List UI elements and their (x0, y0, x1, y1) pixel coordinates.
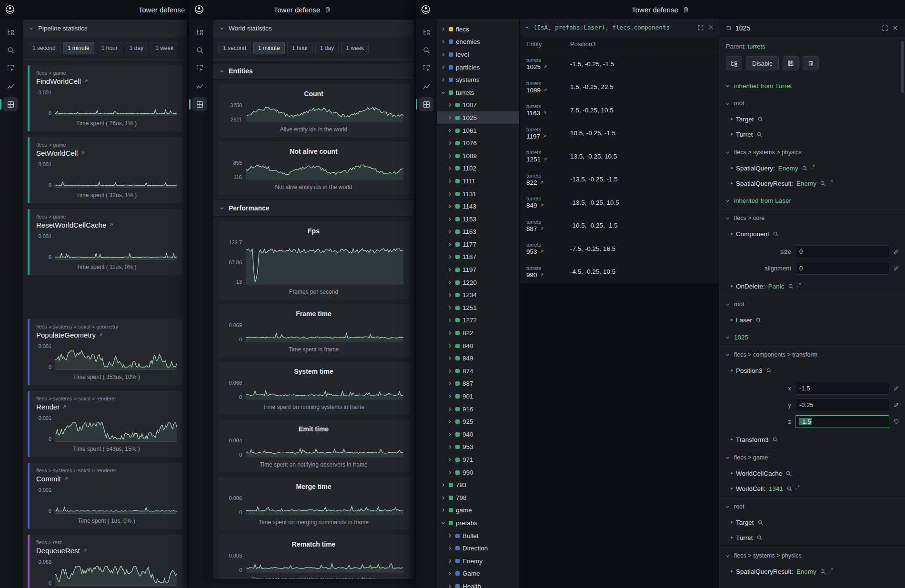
tree-item-1234[interactable]: 1234 (437, 289, 519, 301)
chevron-right-icon[interactable] (441, 39, 446, 44)
save-button[interactable] (783, 56, 799, 70)
chevron-right-icon[interactable] (447, 318, 452, 323)
query-row-887[interactable]: turrets887-10.5, -0.25, -1.5 (520, 214, 719, 238)
tree-item-901[interactable]: 901 (437, 390, 519, 403)
chevron-right-icon[interactable] (447, 242, 452, 247)
tree-item-enemy[interactable]: Enemy (437, 555, 519, 568)
tree-item-925[interactable]: 925 (437, 415, 519, 428)
external-link-icon[interactable] (543, 157, 548, 162)
range-button-1-minute[interactable]: 1 minute (253, 42, 285, 54)
range-button-1-day[interactable]: 1 day (315, 42, 339, 54)
tree-item-1272[interactable]: 1272 (437, 314, 519, 327)
component-component[interactable]: Component (719, 226, 905, 241)
tree-item-bullet[interactable]: Bullet (437, 529, 519, 542)
search-icon[interactable] (802, 165, 808, 171)
component-position3[interactable]: Position3 (719, 363, 905, 378)
range-button-1-week[interactable]: 1 week (341, 42, 369, 54)
component-value[interactable]: Enemy (796, 180, 816, 187)
component-group-flecs-components-transform[interactable]: flecs > components > transform (719, 346, 905, 363)
chevron-right-icon[interactable] (441, 52, 446, 57)
component-value[interactable]: Enemy (796, 568, 816, 575)
chevron-right-icon[interactable] (441, 482, 446, 488)
tree-item-particles[interactable]: particles (437, 61, 519, 74)
chevron-right-icon[interactable] (447, 584, 452, 588)
range-button-1-hour[interactable]: 1 hour (287, 42, 313, 54)
chevron-right-icon[interactable] (447, 356, 452, 361)
range-button-1-minute[interactable]: 1 minute (63, 42, 94, 54)
toolbar-table-view-button[interactable] (192, 97, 207, 111)
external-link-icon[interactable] (539, 272, 544, 278)
query-row-1197[interactable]: turrets119710.5, -0.25, -1.5 (520, 122, 719, 145)
chevron-right-icon[interactable] (447, 407, 452, 412)
system-name-text[interactable]: FindWorldCell (36, 77, 81, 85)
component-target[interactable]: Target (719, 111, 905, 127)
query-row-1163[interactable]: turrets11637.5, -0.25, 10.5 (520, 99, 719, 122)
chevron-right-icon[interactable] (447, 254, 452, 259)
chevron-down-icon[interactable] (524, 25, 530, 30)
external-link-icon[interactable] (539, 249, 544, 254)
system-name-text[interactable]: SetWorldCell (36, 149, 78, 157)
section-header-performance[interactable]: Performance (213, 199, 414, 217)
edit-icon[interactable] (893, 402, 899, 408)
chevron-right-icon[interactable] (447, 217, 452, 222)
system-card-render[interactable]: flecs > systems > sokol > rendererRender… (28, 391, 182, 457)
chevron-right-icon[interactable] (441, 77, 446, 82)
field-y-input[interactable]: -0.25 (795, 399, 889, 411)
search-icon[interactable] (820, 568, 826, 575)
system-card-populategeometry[interactable]: flecs > systems > sokol > geometryPopula… (28, 319, 182, 385)
tree-item-1251[interactable]: 1251 (437, 301, 519, 314)
toolbar-hierarchy-button[interactable] (3, 25, 18, 39)
chevron-right-icon[interactable] (447, 179, 452, 184)
inspector-section-1025[interactable]: 1025 (719, 328, 905, 344)
query-row-822[interactable]: turrets822-13.5, -0.25, -1.5 (520, 168, 719, 191)
parent-link[interactable]: turrets (748, 43, 765, 50)
tree-item-887[interactable]: 887 (437, 378, 519, 390)
toolbar-box-select-button[interactable] (192, 61, 207, 75)
hierarchy-button[interactable] (726, 56, 742, 70)
entity-name-text[interactable]: 1251 (526, 156, 541, 163)
component-ondelete[interactable]: OnDelete:Panic,* (719, 279, 905, 294)
chevron-right-icon[interactable] (447, 343, 452, 349)
chevron-right-icon[interactable] (447, 292, 452, 298)
chevron-right-icon[interactable] (447, 394, 452, 399)
tree-item-1102[interactable]: 1102 (437, 162, 519, 175)
component-turret[interactable]: Turret (719, 530, 905, 545)
tree-item-953[interactable]: 953 (437, 441, 519, 454)
component-laser[interactable]: Laser (719, 312, 905, 328)
search-icon[interactable] (788, 283, 794, 289)
system-name-text[interactable]: DequeueRest (36, 547, 80, 555)
chevron-right-icon[interactable] (447, 444, 452, 449)
tree-item-1007[interactable]: 1007 (437, 99, 519, 112)
chevron-right-icon[interactable] (447, 140, 452, 146)
external-link-icon[interactable] (543, 88, 548, 93)
toolbar-statistics-button[interactable] (3, 79, 18, 93)
tree-item-1076[interactable]: 1076 (437, 137, 519, 149)
search-icon[interactable] (756, 535, 763, 541)
edit-icon[interactable] (893, 265, 899, 271)
toolbar-box-select-button[interactable] (419, 61, 433, 75)
chevron-right-icon[interactable] (441, 65, 446, 70)
entity-name-text[interactable]: 990 (526, 271, 537, 279)
component-spatialqueryresult[interactable]: SpatialQueryResult:Enemy,* (719, 564, 905, 579)
scrollbar-thumb[interactable] (901, 41, 904, 93)
tree-item-level[interactable]: level (437, 48, 519, 61)
field-alignment-input[interactable]: 0 (795, 262, 889, 275)
toolbar-hierarchy-button[interactable] (192, 25, 207, 39)
range-button-1-second[interactable]: 1 second (28, 42, 60, 54)
system-card-setworldcell[interactable]: flecs > gameSetWorldCell0.0010Time spent… (28, 137, 182, 203)
system-name-text[interactable]: Render (36, 403, 60, 411)
tree-item-1143[interactable]: 1143 (437, 200, 519, 213)
component-group-root[interactable]: root (719, 95, 905, 111)
tree-item-1025[interactable]: 1025 (437, 111, 519, 124)
chevron-right-icon[interactable] (447, 571, 452, 576)
delete-button[interactable] (803, 56, 819, 70)
query-row-1025[interactable]: turrets1025-1.5, -0.25, -1.5 (520, 52, 719, 76)
system-card-findworldcell[interactable]: flecs > gameFindWorldCell0.0010Time spen… (28, 65, 182, 131)
search-icon[interactable] (766, 368, 772, 374)
query-text[interactable]: (IsA, prefabs.Laser), flecs.components (533, 24, 670, 31)
external-link-icon[interactable] (62, 404, 67, 409)
tree-item-turrets[interactable]: turrets (437, 86, 519, 99)
range-button-1-day[interactable]: 1 day (125, 42, 148, 54)
disable-button[interactable]: Disable (746, 56, 779, 70)
toolbar-statistics-button[interactable] (419, 79, 433, 93)
